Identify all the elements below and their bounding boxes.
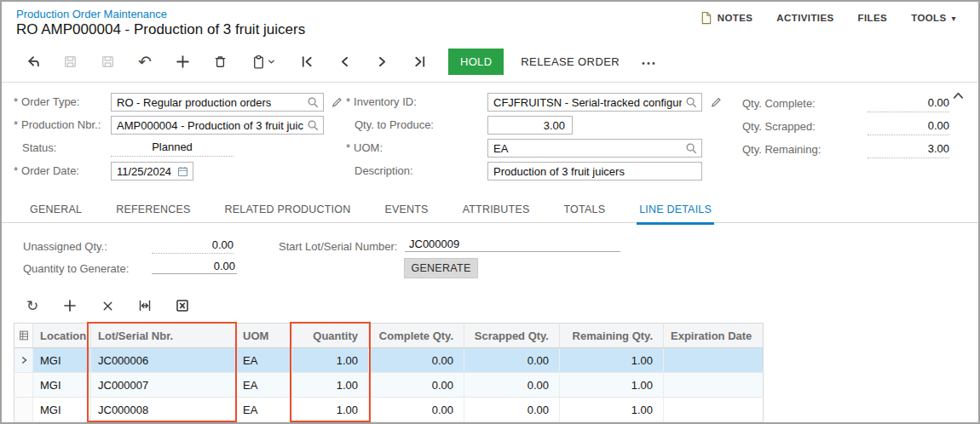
tab-related-production[interactable]: RELATED PRODUCTION [222,201,354,225]
add-new-record-button[interactable] [170,49,195,74]
order-type-edit-button[interactable] [331,95,343,108]
chevron-down-icon [267,57,276,66]
column-header-remaining-qty[interactable]: Remaining Qty. [560,324,664,348]
cell-complete-qty[interactable]: 0.00 [369,398,464,422]
delete-record-button[interactable] [207,49,233,74]
cell-lot-serial[interactable]: JC000008 [91,398,236,422]
cell-location[interactable]: MGI [33,398,91,422]
quantity-to-generate-label: Quantity to Generate: [23,262,129,275]
cell-remaining-qty[interactable]: 1.00 [560,348,664,373]
generate-button[interactable]: GENERATE [404,258,478,278]
inventory-id-label: *Inventory ID: [346,93,417,112]
more-actions-button[interactable] [636,49,661,74]
cell-uom[interactable]: EA [236,348,292,373]
table-row[interactable]: MGI JC000007 EA 1.00 0.00 0.00 1.00 [14,373,764,398]
production-nbr-label: *Production Nbr.: [14,116,101,135]
uom-input[interactable] [488,142,685,155]
refresh-grid-button[interactable]: ↻ [20,293,45,318]
cell-quantity[interactable]: 1.00 [292,398,369,422]
refresh-icon: ↻ [26,299,38,313]
cell-lot-serial[interactable]: JC000006 [91,348,236,373]
release-order-button[interactable]: RELEASE ORDER [510,49,630,75]
cell-quantity[interactable]: 1.00 [292,373,369,398]
tab-line-details[interactable]: LINE DETAILS [637,201,714,225]
production-nbr-lookup-button[interactable] [307,119,323,132]
copy-paste-menu-button[interactable] [245,49,282,74]
qty-to-produce-input[interactable] [488,119,572,132]
row-selector-cell[interactable] [14,373,33,398]
cell-location[interactable]: MGI [33,373,91,398]
uom-field [487,139,702,158]
breadcrumb[interactable]: Production Order Maintenance [16,8,167,20]
cancel-undo-button[interactable]: ↶ [132,49,158,74]
save-close-button[interactable] [57,49,83,74]
qty-complete-value: 0.00 [868,95,949,112]
cell-remaining-qty[interactable]: 1.00 [560,398,664,422]
fit-to-screen-button[interactable] [132,293,158,318]
notes-button[interactable]: NOTES [700,11,753,25]
quantity-to-generate-input[interactable] [152,259,237,274]
activities-label: ACTIVITIES [776,13,833,23]
cell-expiration-date[interactable] [664,398,764,422]
files-button[interactable]: FILES [858,13,888,23]
uom-lookup-button[interactable] [685,142,701,155]
column-header-lot-serial-nbr[interactable]: Lot/Serial Nbr. [91,324,236,348]
files-label: FILES [858,13,888,23]
cell-quantity[interactable]: 1.00 [292,348,369,373]
cell-uom[interactable]: EA [236,398,292,422]
column-header-uom[interactable]: UOM [236,324,292,348]
cell-expiration-date[interactable] [664,373,764,398]
cell-lot-serial[interactable]: JC000007 [91,373,236,398]
status-value: Planned [111,139,233,157]
cell-scrapped-qty[interactable]: 0.00 [464,398,560,422]
tab-references[interactable]: REFERENCES [113,201,193,225]
delete-row-button[interactable] [95,293,120,318]
first-record-button[interactable] [294,49,320,74]
tab-attributes[interactable]: ATTRIBUTES [460,201,533,225]
previous-record-button[interactable] [331,49,357,74]
tab-general[interactable]: GENERAL [27,201,84,225]
cell-complete-qty[interactable]: 0.00 [369,373,464,398]
cell-uom[interactable]: EA [236,373,292,398]
hold-button[interactable]: HOLD [448,49,504,75]
cell-scrapped-qty[interactable]: 0.00 [464,348,560,373]
column-header-expiration-date[interactable]: Expiration Date [664,324,764,348]
tab-totals[interactable]: TOTALS [562,201,608,225]
description-input[interactable] [488,165,701,178]
column-header-scrapped-qty[interactable]: Scrapped Qty. [464,324,560,348]
inventory-id-edit-button[interactable] [710,95,723,108]
order-type-lookup-button[interactable] [307,96,323,109]
cell-scrapped-qty[interactable]: 0.00 [464,373,560,398]
column-header-location[interactable]: Location [33,324,91,348]
production-nbr-input[interactable] [112,119,307,132]
cell-expiration-date[interactable] [664,348,764,373]
table-row[interactable]: MGI JC000008 EA 1.00 0.00 0.00 1.00 [14,398,764,422]
column-header-quantity[interactable]: Quantity [292,324,369,348]
save-button[interactable] [95,49,120,74]
inventory-id-input[interactable] [488,96,685,109]
row-selector-cell[interactable] [14,348,33,373]
go-back-button[interactable] [20,49,45,74]
export-to-excel-button[interactable] [170,293,195,318]
order-date-calendar-button[interactable] [176,165,193,178]
last-record-button[interactable] [406,49,432,74]
tab-events[interactable]: EVENTS [382,201,430,225]
cell-location[interactable]: MGI [33,348,91,373]
next-record-button[interactable] [369,49,395,74]
table-row[interactable]: MGI JC000006 EA 1.00 0.00 0.00 1.00 [14,348,764,373]
search-icon [307,119,320,132]
column-header-complete-qty[interactable]: Complete Qty. [369,324,464,348]
collapse-summary-button[interactable] [952,90,965,100]
cell-remaining-qty[interactable]: 1.00 [560,373,664,398]
grid-settings-header[interactable] [14,324,33,348]
add-row-button[interactable] [57,293,83,318]
order-date-input[interactable] [112,165,176,178]
production-order-maintenance-window: Production Order Maintenance RO AMP00000… [0,0,980,424]
start-lot-serial-input[interactable] [405,237,620,252]
row-selector-cell[interactable] [14,398,33,422]
cell-complete-qty[interactable]: 0.00 [369,348,464,373]
inventory-id-lookup-button[interactable] [685,96,701,109]
tools-menu-button[interactable]: TOOLS ▾ [911,13,956,23]
activities-button[interactable]: ACTIVITIES [776,13,833,23]
order-type-input[interactable] [112,96,307,109]
